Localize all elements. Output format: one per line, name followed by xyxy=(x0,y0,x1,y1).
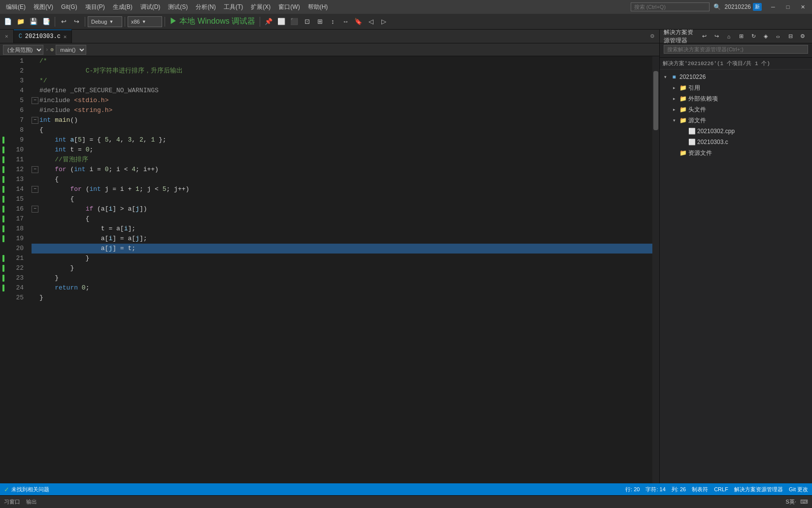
indent-status[interactable]: 制表符 xyxy=(692,486,708,493)
open-file-button[interactable]: 📁 xyxy=(15,16,27,28)
code-line[interactable]: − for (int i = 0; i < 4; i++) xyxy=(32,165,652,175)
tree-item[interactable]: ▸ 📁 引用 xyxy=(660,82,812,93)
undo-button[interactable]: ↩ xyxy=(58,16,69,28)
menu-debug[interactable]: 调试(D) xyxy=(136,2,165,12)
code-line[interactable]: /* xyxy=(32,56,652,66)
rp-settings-btn[interactable]: ⚙ xyxy=(797,31,808,42)
symbol-dropdown[interactable]: main() xyxy=(56,45,86,55)
solution-explorer-search[interactable] xyxy=(664,45,808,54)
code-line[interactable]: } xyxy=(32,293,652,303)
rp-btn-6[interactable]: ‹› xyxy=(773,31,783,42)
bookmark-button[interactable]: 🔖 xyxy=(352,16,364,28)
toolbar-btn-5[interactable]: ↕ xyxy=(327,16,338,28)
scope-dropdown[interactable]: (全局范围) xyxy=(3,45,43,55)
menu-test[interactable]: 测试(S) xyxy=(164,2,192,12)
editor-scrollbar[interactable] xyxy=(652,56,659,483)
code-line[interactable]: −int main() xyxy=(32,115,652,125)
attach-button[interactable]: 📌 xyxy=(263,16,274,28)
code-line[interactable]: −#include <stdio.h> xyxy=(32,96,652,106)
tab-file[interactable]: C 20210303.c ✕ xyxy=(14,30,72,43)
menu-extensions[interactable]: 扩展(X) xyxy=(247,2,274,12)
menu-analyze[interactable]: 分析(N) xyxy=(192,2,220,12)
menu-window[interactable]: 窗口(W) xyxy=(274,2,304,12)
code-line[interactable]: { xyxy=(32,175,652,184)
code-line[interactable]: */ xyxy=(32,76,652,86)
col-status[interactable]: 列: 26 xyxy=(672,486,686,493)
toolbar-btn-1[interactable]: ⬜ xyxy=(275,16,287,28)
platform-dropdown[interactable]: x86 ▼ xyxy=(128,16,162,27)
eol-status[interactable]: CRLF xyxy=(714,486,728,492)
redo-button[interactable]: ↪ xyxy=(70,16,82,28)
tree-item[interactable]: ▾ ■ 20210226 xyxy=(660,72,812,82)
code-line[interactable]: C-对字符串进行排序，升序后输出 xyxy=(32,66,652,76)
code-line[interactable]: a[i] = a[j]; xyxy=(32,234,652,244)
collapse-button[interactable]: − xyxy=(32,186,38,193)
solution-explorer-status[interactable]: 解决方案资源管理器 xyxy=(734,486,783,493)
toolbar-btn-6[interactable]: ↔ xyxy=(339,16,351,28)
tab-settings-button[interactable]: ⚙ xyxy=(645,30,659,43)
toolbar-btn-8[interactable]: ▷ xyxy=(378,16,390,28)
code-line[interactable]: } xyxy=(32,263,652,273)
code-line[interactable]: { xyxy=(32,194,652,204)
tree-item[interactable]: 📁 资源文件 xyxy=(660,147,812,158)
code-line[interactable]: t = a[i]; xyxy=(32,224,652,234)
bottom-tab-1[interactable]: 习窗口 xyxy=(4,498,20,506)
code-line[interactable]: a[j] = t; xyxy=(32,244,652,254)
menu-build[interactable]: 生成(B) xyxy=(109,2,136,12)
code-content[interactable]: /* C-对字符串进行排序，升序后输出*/#define _CRT_SECURE… xyxy=(32,56,652,483)
menu-project[interactable]: 项目(P) xyxy=(81,2,109,12)
tree-item[interactable]: ⬜ 20210303.c xyxy=(660,137,812,147)
tab-close-btn[interactable]: ✕ xyxy=(0,30,14,43)
new-file-button[interactable]: 📄 xyxy=(2,16,14,28)
code-line[interactable]: //冒泡排序 xyxy=(32,155,652,165)
toolbar-btn-2[interactable]: ⬛ xyxy=(288,16,300,28)
menu-tools[interactable]: 工具(T) xyxy=(220,2,247,12)
code-line[interactable]: } xyxy=(32,254,652,263)
maximize-button[interactable]: □ xyxy=(780,0,795,14)
code-line[interactable]: #include <string.h> xyxy=(32,106,652,115)
config-dropdown[interactable]: Debug ▼ xyxy=(88,16,122,27)
tree-item[interactable]: ⬜ 20210302.cpp xyxy=(660,126,812,137)
code-line[interactable]: − for (int j = i + 1; j < 5; j++) xyxy=(32,184,652,194)
collapse-button[interactable]: − xyxy=(32,97,38,104)
line-status[interactable]: 行: 20 xyxy=(625,486,640,493)
code-line[interactable]: int t = 0; xyxy=(32,145,652,155)
rp-btn-7[interactable]: ⊟ xyxy=(785,31,796,42)
tree-item[interactable]: ▾ 📁 源文件 xyxy=(660,115,812,126)
toolbar-btn-3[interactable]: ⊡ xyxy=(301,16,313,28)
bottom-tab-2[interactable]: 输出 xyxy=(26,498,37,506)
collapse-button[interactable]: − xyxy=(32,206,38,213)
collapse-button[interactable]: − xyxy=(32,166,38,173)
menu-search-input[interactable] xyxy=(631,2,710,11)
toolbar-btn-4[interactable]: ⊞ xyxy=(314,16,326,28)
menu-help[interactable]: 帮助(H) xyxy=(304,2,332,12)
tab-close-icon[interactable]: ✕ xyxy=(64,34,67,40)
menu-git[interactable]: Git(G) xyxy=(57,2,81,11)
menu-edit[interactable]: 编辑(E) xyxy=(2,2,30,12)
git-status[interactable]: Git 更改 xyxy=(789,486,808,493)
rp-btn-5[interactable]: ◈ xyxy=(760,31,771,42)
char-status[interactable]: 字符: 14 xyxy=(645,486,665,493)
code-line[interactable]: return 0; xyxy=(32,283,652,293)
toolbar-btn-7[interactable]: ◁ xyxy=(365,16,377,28)
rp-btn-1[interactable]: ↩ xyxy=(699,31,710,42)
collapse-button[interactable]: − xyxy=(32,117,38,124)
scrollbar-thumb[interactable] xyxy=(653,71,658,130)
code-line[interactable]: { xyxy=(32,125,652,135)
rp-btn-4[interactable]: ↻ xyxy=(748,31,759,42)
save-button[interactable]: 💾 xyxy=(28,16,39,28)
no-problems-status[interactable]: ✓ 未找到相关问题 xyxy=(4,486,49,493)
close-tab-icon[interactable]: ✕ xyxy=(5,33,8,39)
rp-home-btn[interactable]: ⌂ xyxy=(723,31,734,42)
menu-view[interactable]: 视图(V) xyxy=(30,2,57,12)
code-line[interactable]: − if (a[i] > a[j]) xyxy=(32,204,652,214)
minimize-button[interactable]: ─ xyxy=(766,0,780,14)
code-line[interactable]: int a[5] = { 5, 4, 3, 2, 1 }; xyxy=(32,135,652,145)
rp-btn-2[interactable]: ↪ xyxy=(711,31,722,42)
code-line[interactable]: } xyxy=(32,273,652,283)
tree-item[interactable]: ▸ 📁 外部依赖项 xyxy=(660,93,812,104)
ime-status[interactable]: S英· xyxy=(786,498,796,506)
rp-btn-3[interactable]: ⊞ xyxy=(736,31,746,42)
run-button[interactable]: ▶ 本地 Windows 调试器 xyxy=(168,16,257,27)
code-line[interactable]: { xyxy=(32,214,652,224)
